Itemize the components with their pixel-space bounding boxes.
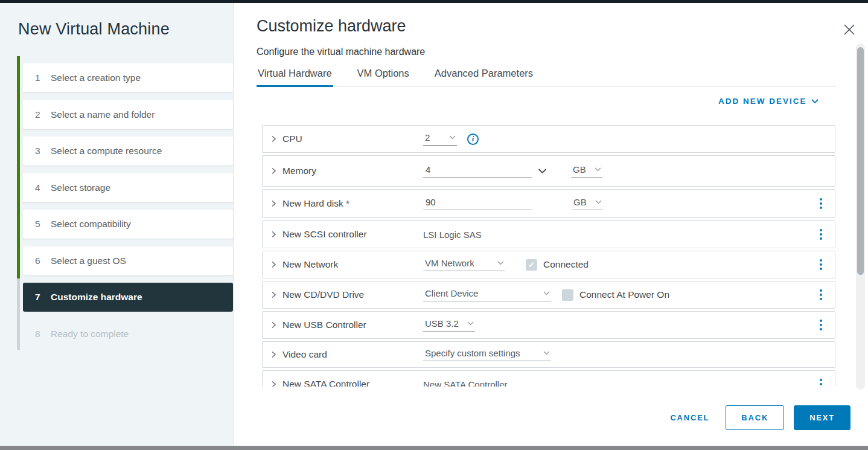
device-value-cell: New SATA Controller <box>423 378 826 387</box>
close-icon[interactable] <box>843 23 856 36</box>
device-row-video-card: Video card Specify custom settings <box>262 341 835 368</box>
usb-version-value: USB 3.2 <box>425 318 459 329</box>
step-label: Select a guest OS <box>51 256 126 266</box>
chevron-right-icon <box>270 291 277 298</box>
chevron-down-icon <box>467 321 474 326</box>
device-label-cell[interactable]: New Network <box>270 259 423 270</box>
memory-dropdown-chevron-icon[interactable] <box>538 169 547 174</box>
row-actions-kebab-icon[interactable] <box>815 197 826 210</box>
step-number: 7 <box>35 292 51 303</box>
step-select-guest-os[interactable]: 6 Select a guest OS <box>23 246 233 275</box>
tab-virtual-hardware[interactable]: Virtual Hardware <box>257 68 333 86</box>
chevron-right-icon <box>270 261 277 268</box>
wizard-steps: 1 Select a creation type 2 Select a name… <box>23 63 233 356</box>
memory-unit-select[interactable]: GB <box>571 164 602 178</box>
check-icon: ✓ <box>528 260 535 269</box>
tab-advanced-parameters[interactable]: Advanced Parameters <box>433 68 534 86</box>
disk-unit-value: GB <box>573 197 587 207</box>
row-actions-kebab-icon[interactable] <box>815 258 826 271</box>
device-value-cell: USB 3.2 <box>423 318 826 332</box>
chevron-down-icon <box>811 99 819 104</box>
connected-checkbox[interactable]: ✓ <box>526 259 537 271</box>
chevron-right-icon <box>270 381 277 387</box>
device-value-cell: VM Network ✓ Connected <box>423 258 826 271</box>
step-label: Select compatibility <box>51 219 131 230</box>
cd-dvd-source-select[interactable]: Client Device <box>423 288 551 301</box>
chevron-right-icon <box>270 231 277 238</box>
cpu-count-select[interactable]: 2 <box>423 132 457 146</box>
connect-at-power-on-checkbox[interactable] <box>562 289 573 301</box>
cpu-count-value: 2 <box>425 132 430 143</box>
chevron-down-icon <box>543 351 550 355</box>
step-number: 8 <box>35 329 51 339</box>
add-new-device-label: ADD NEW DEVICE <box>718 97 807 106</box>
step-label: Select a creation type <box>51 72 141 83</box>
device-value-cell: 2 i <box>423 132 826 146</box>
device-label-cell[interactable]: New SATA Controller <box>270 379 423 387</box>
step-select-name-folder[interactable]: 2 Select a name and folder <box>23 100 233 129</box>
device-row-hard-disk: New Hard disk * GB <box>262 189 835 218</box>
memory-unit-value: GB <box>573 164 586 175</box>
chevron-down-icon <box>449 135 456 140</box>
step-number: 6 <box>35 256 51 266</box>
device-label: New SCSI controller <box>282 229 367 240</box>
device-row-memory: Memory GB <box>262 155 835 187</box>
scrollbar-thumb[interactable] <box>857 47 864 275</box>
device-label-cell[interactable]: Memory <box>270 166 423 176</box>
video-settings-select[interactable]: Specify custom settings <box>423 348 551 361</box>
chevron-down-icon <box>595 167 601 172</box>
step-select-storage[interactable]: 4 Select storage <box>23 173 233 202</box>
page-title: Customize hardware <box>257 17 406 36</box>
virtual-hardware-list: CPU 2 i Memory GB <box>262 125 835 387</box>
chevron-down-icon <box>595 200 602 204</box>
device-label-cell[interactable]: CPU <box>270 133 423 144</box>
device-value-cell: Client Device Connect At Power On <box>423 288 826 301</box>
network-select[interactable]: VM Network <box>423 258 505 271</box>
device-label-cell[interactable]: New CD/DVD Drive <box>270 289 423 300</box>
step-number: 4 <box>35 182 51 193</box>
step-select-creation-type[interactable]: 1 Select a creation type <box>23 63 233 92</box>
disk-size-input[interactable] <box>423 197 532 210</box>
row-actions-kebab-icon[interactable] <box>815 228 826 241</box>
chevron-down-icon <box>543 291 550 295</box>
progress-rail-remaining <box>17 278 20 350</box>
row-actions-kebab-icon[interactable] <box>815 288 826 301</box>
memory-size-input[interactable] <box>423 164 532 178</box>
chevron-right-icon <box>270 351 277 358</box>
step-label: Customize hardware <box>51 292 142 303</box>
device-label-cell[interactable]: New USB Controller <box>270 320 423 330</box>
row-actions-kebab-icon[interactable] <box>815 378 826 387</box>
connected-checkbox-label: Connected <box>543 259 589 270</box>
info-icon[interactable]: i <box>467 133 479 145</box>
device-value-cell: GB <box>423 197 826 210</box>
device-value-cell: GB <box>423 164 826 178</box>
device-label: New Network <box>282 259 338 270</box>
scrollbar-track[interactable] <box>856 43 865 390</box>
step-select-compute-resource[interactable]: 3 Select a compute resource <box>23 137 233 166</box>
disk-unit-select[interactable]: GB <box>572 197 603 210</box>
device-label-cell[interactable]: Video card <box>270 349 423 360</box>
cd-dvd-source-value: Client Device <box>425 288 478 298</box>
device-label-cell[interactable]: New SCSI controller <box>270 229 423 240</box>
device-value-cell: LSI Logic SAS <box>423 228 826 241</box>
chevron-down-icon <box>497 261 504 265</box>
usb-version-select[interactable]: USB 3.2 <box>423 318 475 332</box>
next-button[interactable]: NEXT <box>794 405 850 430</box>
device-label: New Hard disk * <box>282 198 349 209</box>
device-label: New USB Controller <box>282 320 366 330</box>
row-actions-kebab-icon[interactable] <box>815 318 826 332</box>
step-customize-hardware[interactable]: 7 Customize hardware <box>23 283 233 312</box>
back-button[interactable]: BACK <box>726 405 784 430</box>
chevron-right-icon <box>270 167 277 175</box>
hardware-tabs: Virtual Hardware VM Options Advanced Par… <box>257 68 836 86</box>
add-new-device-button[interactable]: ADD NEW DEVICE <box>718 97 819 106</box>
chevron-right-icon <box>270 321 277 329</box>
step-label: Ready to complete <box>51 329 129 339</box>
device-label-cell[interactable]: New Hard disk * <box>270 198 423 209</box>
chevron-right-icon <box>270 200 277 207</box>
device-label: CPU <box>282 133 302 144</box>
cancel-button[interactable]: CANCEL <box>670 413 709 422</box>
step-label: Select storage <box>51 182 110 193</box>
tab-vm-options[interactable]: VM Options <box>356 68 410 86</box>
step-select-compatibility[interactable]: 5 Select compatibility <box>23 210 233 239</box>
